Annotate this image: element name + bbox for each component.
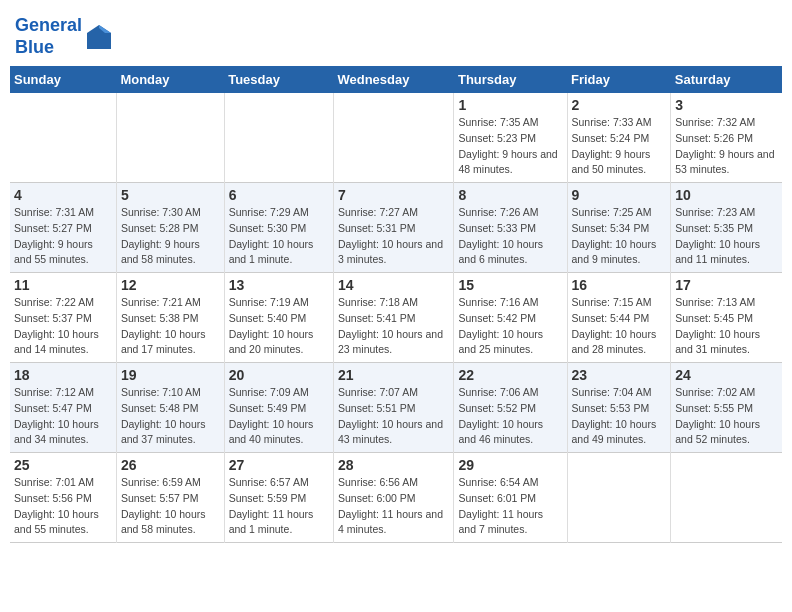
calendar-cell: 22Sunrise: 7:06 AM Sunset: 5:52 PM Dayli… bbox=[454, 363, 567, 453]
calendar-cell: 8Sunrise: 7:26 AM Sunset: 5:33 PM Daylig… bbox=[454, 183, 567, 273]
day-number: 7 bbox=[338, 187, 450, 203]
day-number: 16 bbox=[572, 277, 667, 293]
day-number: 2 bbox=[572, 97, 667, 113]
calendar-cell: 24Sunrise: 7:02 AM Sunset: 5:55 PM Dayli… bbox=[671, 363, 782, 453]
day-number: 17 bbox=[675, 277, 778, 293]
week-row-4: 18Sunrise: 7:12 AM Sunset: 5:47 PM Dayli… bbox=[10, 363, 782, 453]
day-detail: Sunrise: 7:10 AM Sunset: 5:48 PM Dayligh… bbox=[121, 385, 220, 448]
day-detail: Sunrise: 7:04 AM Sunset: 5:53 PM Dayligh… bbox=[572, 385, 667, 448]
day-detail: Sunrise: 7:09 AM Sunset: 5:49 PM Dayligh… bbox=[229, 385, 329, 448]
day-number: 22 bbox=[458, 367, 562, 383]
day-number: 27 bbox=[229, 457, 329, 473]
day-detail: Sunrise: 7:13 AM Sunset: 5:45 PM Dayligh… bbox=[675, 295, 778, 358]
day-detail: Sunrise: 7:07 AM Sunset: 5:51 PM Dayligh… bbox=[338, 385, 450, 448]
calendar-cell bbox=[224, 93, 333, 183]
day-detail: Sunrise: 7:30 AM Sunset: 5:28 PM Dayligh… bbox=[121, 205, 220, 268]
day-detail: Sunrise: 7:22 AM Sunset: 5:37 PM Dayligh… bbox=[14, 295, 112, 358]
day-detail: Sunrise: 7:21 AM Sunset: 5:38 PM Dayligh… bbox=[121, 295, 220, 358]
calendar-cell: 23Sunrise: 7:04 AM Sunset: 5:53 PM Dayli… bbox=[567, 363, 671, 453]
day-detail: Sunrise: 7:26 AM Sunset: 5:33 PM Dayligh… bbox=[458, 205, 562, 268]
calendar-cell: 26Sunrise: 6:59 AM Sunset: 5:57 PM Dayli… bbox=[116, 453, 224, 543]
calendar-cell bbox=[567, 453, 671, 543]
day-number: 21 bbox=[338, 367, 450, 383]
logo: General Blue bbox=[15, 15, 113, 58]
day-header-sunday: Sunday bbox=[10, 66, 116, 93]
page-header: General Blue bbox=[10, 10, 782, 58]
day-number: 26 bbox=[121, 457, 220, 473]
calendar-cell: 11Sunrise: 7:22 AM Sunset: 5:37 PM Dayli… bbox=[10, 273, 116, 363]
day-number: 14 bbox=[338, 277, 450, 293]
day-number: 10 bbox=[675, 187, 778, 203]
day-detail: Sunrise: 6:56 AM Sunset: 6:00 PM Dayligh… bbox=[338, 475, 450, 538]
day-detail: Sunrise: 6:57 AM Sunset: 5:59 PM Dayligh… bbox=[229, 475, 329, 538]
calendar-table: SundayMondayTuesdayWednesdayThursdayFrid… bbox=[10, 66, 782, 543]
day-detail: Sunrise: 7:16 AM Sunset: 5:42 PM Dayligh… bbox=[458, 295, 562, 358]
calendar-cell: 15Sunrise: 7:16 AM Sunset: 5:42 PM Dayli… bbox=[454, 273, 567, 363]
calendar-cell: 7Sunrise: 7:27 AM Sunset: 5:31 PM Daylig… bbox=[333, 183, 454, 273]
day-header-thursday: Thursday bbox=[454, 66, 567, 93]
day-detail: Sunrise: 7:06 AM Sunset: 5:52 PM Dayligh… bbox=[458, 385, 562, 448]
calendar-cell: 19Sunrise: 7:10 AM Sunset: 5:48 PM Dayli… bbox=[116, 363, 224, 453]
calendar-cell: 21Sunrise: 7:07 AM Sunset: 5:51 PM Dayli… bbox=[333, 363, 454, 453]
day-number: 20 bbox=[229, 367, 329, 383]
day-number: 11 bbox=[14, 277, 112, 293]
day-number: 13 bbox=[229, 277, 329, 293]
calendar-cell: 28Sunrise: 6:56 AM Sunset: 6:00 PM Dayli… bbox=[333, 453, 454, 543]
day-number: 24 bbox=[675, 367, 778, 383]
calendar-cell: 1Sunrise: 7:35 AM Sunset: 5:23 PM Daylig… bbox=[454, 93, 567, 183]
calendar-cell: 6Sunrise: 7:29 AM Sunset: 5:30 PM Daylig… bbox=[224, 183, 333, 273]
day-number: 19 bbox=[121, 367, 220, 383]
day-header-wednesday: Wednesday bbox=[333, 66, 454, 93]
day-detail: Sunrise: 7:31 AM Sunset: 5:27 PM Dayligh… bbox=[14, 205, 112, 268]
calendar-cell: 17Sunrise: 7:13 AM Sunset: 5:45 PM Dayli… bbox=[671, 273, 782, 363]
calendar-cell: 18Sunrise: 7:12 AM Sunset: 5:47 PM Dayli… bbox=[10, 363, 116, 453]
calendar-cell: 29Sunrise: 6:54 AM Sunset: 6:01 PM Dayli… bbox=[454, 453, 567, 543]
day-number: 28 bbox=[338, 457, 450, 473]
day-detail: Sunrise: 7:25 AM Sunset: 5:34 PM Dayligh… bbox=[572, 205, 667, 268]
day-number: 12 bbox=[121, 277, 220, 293]
calendar-cell: 27Sunrise: 6:57 AM Sunset: 5:59 PM Dayli… bbox=[224, 453, 333, 543]
day-detail: Sunrise: 7:35 AM Sunset: 5:23 PM Dayligh… bbox=[458, 115, 562, 178]
day-detail: Sunrise: 7:19 AM Sunset: 5:40 PM Dayligh… bbox=[229, 295, 329, 358]
calendar-cell bbox=[116, 93, 224, 183]
day-detail: Sunrise: 7:27 AM Sunset: 5:31 PM Dayligh… bbox=[338, 205, 450, 268]
calendar-cell bbox=[10, 93, 116, 183]
calendar-cell: 5Sunrise: 7:30 AM Sunset: 5:28 PM Daylig… bbox=[116, 183, 224, 273]
day-detail: Sunrise: 7:33 AM Sunset: 5:24 PM Dayligh… bbox=[572, 115, 667, 178]
day-number: 1 bbox=[458, 97, 562, 113]
week-row-2: 4Sunrise: 7:31 AM Sunset: 5:27 PM Daylig… bbox=[10, 183, 782, 273]
calendar-cell: 14Sunrise: 7:18 AM Sunset: 5:41 PM Dayli… bbox=[333, 273, 454, 363]
calendar-cell: 25Sunrise: 7:01 AM Sunset: 5:56 PM Dayli… bbox=[10, 453, 116, 543]
day-detail: Sunrise: 7:01 AM Sunset: 5:56 PM Dayligh… bbox=[14, 475, 112, 538]
day-number: 15 bbox=[458, 277, 562, 293]
week-row-3: 11Sunrise: 7:22 AM Sunset: 5:37 PM Dayli… bbox=[10, 273, 782, 363]
calendar-cell: 13Sunrise: 7:19 AM Sunset: 5:40 PM Dayli… bbox=[224, 273, 333, 363]
calendar-cell: 4Sunrise: 7:31 AM Sunset: 5:27 PM Daylig… bbox=[10, 183, 116, 273]
day-detail: Sunrise: 7:29 AM Sunset: 5:30 PM Dayligh… bbox=[229, 205, 329, 268]
day-detail: Sunrise: 7:18 AM Sunset: 5:41 PM Dayligh… bbox=[338, 295, 450, 358]
logo-text: General Blue bbox=[15, 15, 82, 58]
day-header-saturday: Saturday bbox=[671, 66, 782, 93]
day-number: 5 bbox=[121, 187, 220, 203]
calendar-cell: 9Sunrise: 7:25 AM Sunset: 5:34 PM Daylig… bbox=[567, 183, 671, 273]
svg-marker-0 bbox=[87, 25, 111, 49]
calendar-cell: 16Sunrise: 7:15 AM Sunset: 5:44 PM Dayli… bbox=[567, 273, 671, 363]
week-row-5: 25Sunrise: 7:01 AM Sunset: 5:56 PM Dayli… bbox=[10, 453, 782, 543]
day-number: 3 bbox=[675, 97, 778, 113]
day-number: 25 bbox=[14, 457, 112, 473]
logo-icon bbox=[85, 23, 113, 51]
day-number: 29 bbox=[458, 457, 562, 473]
calendar-cell: 10Sunrise: 7:23 AM Sunset: 5:35 PM Dayli… bbox=[671, 183, 782, 273]
day-detail: Sunrise: 7:12 AM Sunset: 5:47 PM Dayligh… bbox=[14, 385, 112, 448]
day-number: 8 bbox=[458, 187, 562, 203]
day-number: 18 bbox=[14, 367, 112, 383]
day-number: 9 bbox=[572, 187, 667, 203]
day-detail: Sunrise: 7:32 AM Sunset: 5:26 PM Dayligh… bbox=[675, 115, 778, 178]
day-detail: Sunrise: 6:59 AM Sunset: 5:57 PM Dayligh… bbox=[121, 475, 220, 538]
day-detail: Sunrise: 7:23 AM Sunset: 5:35 PM Dayligh… bbox=[675, 205, 778, 268]
day-detail: Sunrise: 7:15 AM Sunset: 5:44 PM Dayligh… bbox=[572, 295, 667, 358]
calendar-cell: 3Sunrise: 7:32 AM Sunset: 5:26 PM Daylig… bbox=[671, 93, 782, 183]
week-row-1: 1Sunrise: 7:35 AM Sunset: 5:23 PM Daylig… bbox=[10, 93, 782, 183]
day-header-monday: Monday bbox=[116, 66, 224, 93]
day-header-friday: Friday bbox=[567, 66, 671, 93]
